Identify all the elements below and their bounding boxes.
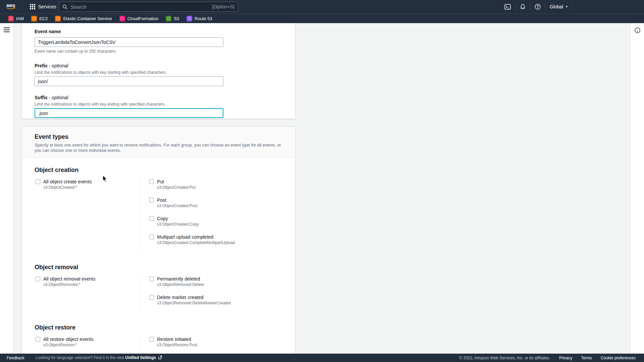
service-icon	[186, 16, 192, 21]
console-footer: Feedback Looking for language selection?…	[0, 354, 644, 362]
event-name-help: Event name can contain up to 255 charact…	[35, 49, 295, 54]
group-column-left: All object create eventss3:ObjectCreated…	[22, 179, 141, 252]
nav-divider	[545, 3, 545, 11]
cookie-preferences-link[interactable]: Cookie preferences	[601, 356, 636, 360]
checkbox-event-code: s3:ObjectRemoved:Delete	[157, 282, 204, 287]
favorite-service-s3[interactable]: S3	[162, 14, 183, 23]
checkbox-event-code: s3:ObjectRemoved:DeleteMarkerCreated	[157, 301, 231, 305]
checkbox-label: All object create events	[43, 179, 92, 184]
favorite-service-cloudformation[interactable]: CloudFormation	[116, 14, 162, 23]
aws-logo[interactable]: aws	[5, 2, 17, 11]
language-selection-note: Looking for language selection? Find it …	[36, 355, 162, 360]
checkbox-item-copy[interactable]: Copys3:ObjectCreated:Copy	[149, 216, 295, 227]
svg-text:?: ?	[537, 5, 539, 9]
nav-divider	[515, 3, 516, 11]
terms-link[interactable]: Terms	[581, 356, 592, 360]
prefix-description: Limit the notifications to objects with …	[35, 70, 295, 75]
checkbox-item-delete-marker-created[interactable]: Delete marker createds3:ObjectRemoved:De…	[149, 294, 295, 305]
service-label: Elastic Container Service	[63, 16, 112, 21]
collapsed-sidebar	[0, 23, 14, 354]
group-grid-object-creation: All object create eventss3:ObjectCreated…	[22, 179, 295, 252]
checkbox-item-post[interactable]: Posts3:ObjectCreated:Post	[149, 197, 295, 208]
checkbox-event-code: s3:ObjectRestore:*	[43, 343, 93, 347]
privacy-link[interactable]: Privacy	[559, 356, 572, 360]
checkbox[interactable]	[149, 337, 154, 342]
checkbox-event-code: s3:ObjectCreated:Put	[157, 185, 196, 190]
checkbox-label: Copy	[157, 216, 168, 221]
region-selector[interactable]: Global ▼	[550, 4, 568, 9]
checkbox-item-put[interactable]: Puts3:ObjectCreated:Put	[149, 179, 295, 190]
service-icon	[166, 16, 171, 21]
region-label: Global	[550, 4, 563, 9]
checkbox-event-code: s3:ObjectCreated:*	[43, 185, 92, 190]
feedback-button[interactable]: Feedback	[7, 356, 24, 360]
notifications-bell-icon[interactable]	[520, 4, 526, 10]
checkbox-item-all-object-removal-events[interactable]: All object removal eventss3:ObjectRemove…	[36, 276, 141, 287]
checkbox[interactable]	[36, 337, 40, 342]
checkbox-label: All restore object events	[43, 337, 93, 342]
aws-logo-text: aws	[6, 3, 15, 8]
group-heading-object-removal: Object removal	[22, 264, 295, 271]
event-types-description: Specify at least one event for which you…	[35, 142, 282, 153]
event-types-title: Event types	[35, 133, 282, 140]
footer-legal: © 2022, Amazon Web Services, Inc. or its…	[459, 356, 636, 360]
checkbox-event-code: s3:ObjectCreated:Copy	[157, 222, 199, 227]
checkbox-label: Multipart upload completed	[157, 234, 213, 240]
prefix-label: Prefix - optional	[35, 63, 295, 69]
services-menu-button[interactable]: Services	[30, 4, 56, 9]
copyright-text: © 2022, Amazon Web Services, Inc. or its…	[459, 356, 550, 360]
event-name-input[interactable]	[35, 37, 223, 47]
help-icon[interactable]: ?	[535, 4, 541, 10]
checkbox[interactable]	[149, 179, 154, 184]
event-types-card: Event types Specify at least one event f…	[21, 126, 296, 362]
checkbox[interactable]	[36, 277, 40, 281]
checkbox[interactable]	[149, 277, 154, 281]
prefix-optional-tag: - optional	[49, 63, 68, 68]
checkbox-event-code: s3:ObjectCreated:Post	[157, 203, 198, 208]
service-label: Route 53	[195, 16, 212, 21]
group-column-right: Puts3:ObjectCreated:PutPosts3:ObjectCrea…	[141, 179, 295, 252]
nav-divider	[22, 3, 22, 11]
checkbox-item-all-object-create-events[interactable]: All object create eventss3:ObjectCreated…	[36, 179, 141, 190]
service-icon	[55, 16, 61, 21]
checkbox-item-all-restore-object-events[interactable]: All restore object eventss3:ObjectRestor…	[36, 336, 141, 347]
aws-console-page: aws Services Search [Option+S]	[0, 0, 644, 362]
service-label: CloudFormation	[127, 16, 159, 21]
favorite-service-elastic-container-service[interactable]: Elastic Container Service	[51, 14, 115, 23]
checkbox-label: Post	[157, 197, 166, 203]
checkbox-item-restore-initiated[interactable]: Restore initiateds3:ObjectRestore:Post	[149, 336, 295, 347]
suffix-input[interactable]	[35, 108, 223, 118]
checkbox[interactable]	[149, 295, 154, 300]
checkbox[interactable]	[149, 198, 154, 202]
service-label: EC2	[39, 16, 48, 21]
event-name-label: Event name	[35, 28, 295, 35]
service-icon	[31, 16, 37, 21]
checkbox[interactable]	[149, 235, 154, 239]
unified-settings-link[interactable]: Unified Settings	[125, 355, 156, 360]
favorites-bar: IAMEC2Elastic Container ServiceCloudForm…	[0, 13, 644, 23]
search-icon	[62, 4, 67, 9]
checkbox[interactable]	[36, 179, 40, 184]
checkbox-item-permanently-deleted[interactable]: Permanently deleteds3:ObjectRemoved:Dele…	[149, 276, 295, 287]
checkbox-label: Put	[157, 179, 164, 184]
favorite-service-ec2[interactable]: EC2	[28, 14, 51, 23]
global-search-input[interactable]: Search [Option+S]	[59, 2, 238, 12]
checkbox[interactable]	[149, 216, 154, 221]
info-icon[interactable]: i	[635, 27, 640, 33]
checkbox-item-multipart-upload-completed[interactable]: Multipart upload completeds3:ObjectCreat…	[149, 234, 295, 245]
prefix-input[interactable]	[35, 76, 223, 86]
checkbox-event-code: s3:ObjectRestore:Post	[157, 343, 197, 347]
open-menu-button[interactable]	[4, 27, 10, 32]
service-icon	[8, 16, 14, 21]
checkbox-label: Delete marker created	[157, 295, 204, 300]
cloudshell-icon[interactable]	[504, 4, 511, 10]
checkbox-event-code: s3:ObjectRemoved:*	[43, 282, 96, 287]
favorite-service-iam[interactable]: IAM	[4, 14, 28, 23]
checkbox-label: Restore initiated	[157, 337, 191, 342]
event-types-header: Event types Specify at least one event f…	[22, 127, 295, 158]
favorite-service-route-53[interactable]: Route 53	[183, 14, 216, 23]
group-heading-object-restore: Object restore	[22, 324, 295, 331]
suffix-description: Limit the notifications to objects with …	[35, 102, 295, 107]
group-heading-object-creation: Object creation	[22, 167, 295, 174]
checkbox-label: Permanently deleted	[157, 276, 200, 282]
